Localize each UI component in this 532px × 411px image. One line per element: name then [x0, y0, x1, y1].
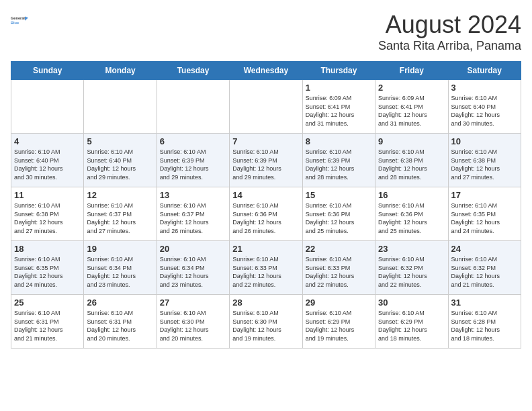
logo-icon: GeneralBlue: [11, 11, 30, 30]
title-block: August 2024 Santa Rita Arriba, Panama: [378, 11, 521, 53]
calendar-cell: 23Sunrise: 6:10 AM Sunset: 6:32 PM Dayli…: [375, 241, 448, 295]
day-info: Sunrise: 6:10 AM Sunset: 6:29 PM Dayligh…: [306, 309, 372, 342]
calendar-week-row: 4Sunrise: 6:10 AM Sunset: 6:40 PM Daylig…: [11, 134, 521, 187]
day-number: 5: [87, 136, 153, 146]
day-info: Sunrise: 6:10 AM Sunset: 6:36 PM Dayligh…: [306, 201, 372, 235]
calendar-cell: 5Sunrise: 6:10 AM Sunset: 6:40 PM Daylig…: [84, 134, 157, 187]
svg-text:Blue: Blue: [11, 21, 19, 25]
calendar-cell: 10Sunrise: 6:10 AM Sunset: 6:38 PM Dayli…: [448, 134, 521, 187]
day-number: 9: [378, 136, 445, 146]
page-header: GeneralBlue August 2024 Santa Rita Arrib…: [11, 11, 521, 53]
calendar-week-row: 18Sunrise: 6:10 AM Sunset: 6:35 PM Dayli…: [11, 241, 521, 295]
day-number: 2: [378, 83, 445, 93]
day-number: 22: [306, 244, 372, 254]
calendar-cell: [84, 80, 157, 134]
calendar-cell: 20Sunrise: 6:10 AM Sunset: 6:34 PM Dayli…: [157, 241, 229, 295]
day-info: Sunrise: 6:10 AM Sunset: 6:39 PM Dayligh…: [232, 148, 299, 181]
calendar-cell: 2Sunrise: 6:09 AM Sunset: 6:41 PM Daylig…: [375, 80, 448, 134]
calendar-cell: 1Sunrise: 6:09 AM Sunset: 6:41 PM Daylig…: [302, 80, 375, 134]
day-number: 28: [232, 298, 299, 308]
calendar-cell: 7Sunrise: 6:10 AM Sunset: 6:39 PM Daylig…: [230, 134, 302, 187]
day-number: 27: [160, 298, 226, 308]
day-info: Sunrise: 6:10 AM Sunset: 6:31 PM Dayligh…: [14, 309, 81, 342]
calendar-subtitle: Santa Rita Arriba, Panama: [378, 39, 521, 53]
day-info: Sunrise: 6:10 AM Sunset: 6:40 PM Dayligh…: [87, 148, 153, 181]
day-info: Sunrise: 6:10 AM Sunset: 6:37 PM Dayligh…: [160, 201, 226, 235]
day-number: 29: [306, 298, 372, 308]
day-number: 16: [378, 190, 445, 200]
day-number: 21: [232, 244, 299, 254]
calendar-cell: 17Sunrise: 6:10 AM Sunset: 6:35 PM Dayli…: [448, 187, 521, 241]
calendar-table: SundayMondayTuesdayWednesdayThursdayFrid…: [11, 61, 521, 349]
calendar-cell: 31Sunrise: 6:10 AM Sunset: 6:28 PM Dayli…: [448, 295, 521, 349]
calendar-cell: [230, 80, 302, 134]
day-number: 23: [378, 244, 445, 254]
day-number: 14: [232, 190, 299, 200]
day-info: Sunrise: 6:10 AM Sunset: 6:35 PM Dayligh…: [451, 201, 518, 235]
calendar-cell: 8Sunrise: 6:10 AM Sunset: 6:39 PM Daylig…: [302, 134, 375, 187]
day-info: Sunrise: 6:10 AM Sunset: 6:34 PM Dayligh…: [160, 255, 226, 289]
weekday-header-row: SundayMondayTuesdayWednesdayThursdayFrid…: [11, 62, 521, 80]
calendar-week-row: 25Sunrise: 6:10 AM Sunset: 6:31 PM Dayli…: [11, 295, 521, 349]
calendar-cell: 4Sunrise: 6:10 AM Sunset: 6:40 PM Daylig…: [11, 134, 84, 187]
day-info: Sunrise: 6:10 AM Sunset: 6:30 PM Dayligh…: [160, 309, 226, 342]
day-info: Sunrise: 6:10 AM Sunset: 6:33 PM Dayligh…: [232, 255, 299, 289]
day-number: 1: [306, 83, 372, 93]
weekday-header: Thursday: [302, 62, 375, 80]
svg-text:General: General: [11, 16, 25, 20]
day-number: 17: [451, 190, 518, 200]
day-number: 24: [451, 244, 518, 254]
weekday-header: Tuesday: [157, 62, 229, 80]
day-number: 12: [87, 190, 153, 200]
day-info: Sunrise: 6:09 AM Sunset: 6:41 PM Dayligh…: [306, 94, 372, 128]
day-number: 10: [451, 136, 518, 146]
weekday-header: Wednesday: [230, 62, 302, 80]
calendar-cell: 3Sunrise: 6:10 AM Sunset: 6:40 PM Daylig…: [448, 80, 521, 134]
day-info: Sunrise: 6:10 AM Sunset: 6:36 PM Dayligh…: [378, 201, 445, 235]
calendar-cell: 26Sunrise: 6:10 AM Sunset: 6:31 PM Dayli…: [84, 295, 157, 349]
day-info: Sunrise: 6:10 AM Sunset: 6:32 PM Dayligh…: [378, 255, 445, 289]
calendar-cell: 11Sunrise: 6:10 AM Sunset: 6:38 PM Dayli…: [11, 187, 84, 241]
calendar-cell: 6Sunrise: 6:10 AM Sunset: 6:39 PM Daylig…: [157, 134, 229, 187]
day-number: 19: [87, 244, 153, 254]
calendar-cell: 16Sunrise: 6:10 AM Sunset: 6:36 PM Dayli…: [375, 187, 448, 241]
day-info: Sunrise: 6:10 AM Sunset: 6:29 PM Dayligh…: [378, 309, 445, 342]
day-number: 4: [14, 136, 81, 146]
calendar-cell: 13Sunrise: 6:10 AM Sunset: 6:37 PM Dayli…: [157, 187, 229, 241]
day-number: 31: [451, 298, 518, 308]
day-info: Sunrise: 6:10 AM Sunset: 6:38 PM Dayligh…: [14, 201, 81, 235]
day-info: Sunrise: 6:10 AM Sunset: 6:38 PM Dayligh…: [378, 148, 445, 181]
calendar-body: 1Sunrise: 6:09 AM Sunset: 6:41 PM Daylig…: [11, 80, 521, 349]
day-info: Sunrise: 6:10 AM Sunset: 6:39 PM Dayligh…: [160, 148, 226, 181]
weekday-header: Monday: [84, 62, 157, 80]
day-number: 13: [160, 190, 226, 200]
calendar-cell: 21Sunrise: 6:10 AM Sunset: 6:33 PM Dayli…: [230, 241, 302, 295]
day-info: Sunrise: 6:10 AM Sunset: 6:34 PM Dayligh…: [87, 255, 153, 289]
day-info: Sunrise: 6:10 AM Sunset: 6:39 PM Dayligh…: [306, 148, 372, 181]
weekday-header: Friday: [375, 62, 448, 80]
day-number: 30: [378, 298, 445, 308]
day-number: 26: [87, 298, 153, 308]
day-number: 11: [14, 190, 81, 200]
day-info: Sunrise: 6:10 AM Sunset: 6:37 PM Dayligh…: [87, 201, 153, 235]
day-number: 3: [451, 83, 518, 93]
day-info: Sunrise: 6:10 AM Sunset: 6:40 PM Dayligh…: [14, 148, 81, 181]
day-info: Sunrise: 6:10 AM Sunset: 6:35 PM Dayligh…: [14, 255, 81, 289]
day-info: Sunrise: 6:10 AM Sunset: 6:32 PM Dayligh…: [451, 255, 518, 289]
weekday-header: Saturday: [448, 62, 521, 80]
day-info: Sunrise: 6:10 AM Sunset: 6:30 PM Dayligh…: [232, 309, 299, 342]
day-info: Sunrise: 6:10 AM Sunset: 6:38 PM Dayligh…: [451, 148, 518, 181]
day-number: 18: [14, 244, 81, 254]
day-number: 7: [232, 136, 299, 146]
calendar-week-row: 11Sunrise: 6:10 AM Sunset: 6:38 PM Dayli…: [11, 187, 521, 241]
calendar-cell: 22Sunrise: 6:10 AM Sunset: 6:33 PM Dayli…: [302, 241, 375, 295]
calendar-week-row: 1Sunrise: 6:09 AM Sunset: 6:41 PM Daylig…: [11, 80, 521, 134]
day-info: Sunrise: 6:09 AM Sunset: 6:41 PM Dayligh…: [378, 94, 445, 128]
calendar-cell: 14Sunrise: 6:10 AM Sunset: 6:36 PM Dayli…: [230, 187, 302, 241]
calendar-cell: 15Sunrise: 6:10 AM Sunset: 6:36 PM Dayli…: [302, 187, 375, 241]
calendar-cell: 30Sunrise: 6:10 AM Sunset: 6:29 PM Dayli…: [375, 295, 448, 349]
day-number: 20: [160, 244, 226, 254]
day-info: Sunrise: 6:10 AM Sunset: 6:36 PM Dayligh…: [232, 201, 299, 235]
svg-marker-2: [25, 16, 28, 20]
calendar-title: August 2024: [378, 11, 521, 39]
